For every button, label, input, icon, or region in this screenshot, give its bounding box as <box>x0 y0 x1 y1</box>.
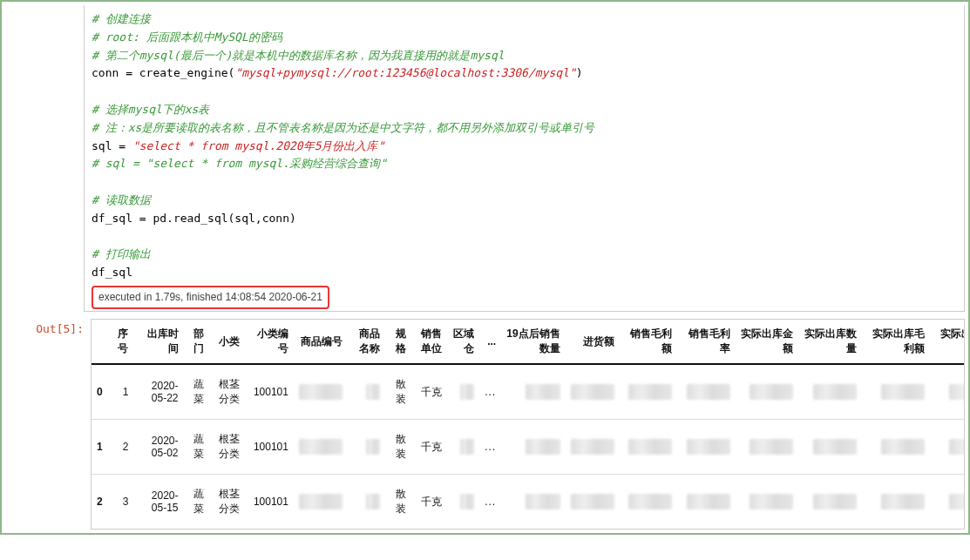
output-dataframe[interactable]: 序号 出库时间 部门 小类 小类编号 商品编号 商品名称 规格 销售单位 区域仓… <box>91 319 965 530</box>
cell <box>798 420 861 475</box>
cell: 根茎分类 <box>209 475 245 530</box>
cell <box>620 364 678 420</box>
cell <box>501 364 565 420</box>
col-outgrossrate: 实际出库毛利率 <box>930 320 965 364</box>
code-line: # 第二个mysql(最后一个)就是本机中的数据库名称，因为我直接用的就是mys… <box>92 47 957 65</box>
col-prodname: 商品名称 <box>348 320 385 364</box>
execution-status: executed in 1.79s, finished 14:08:54 202… <box>92 286 329 309</box>
redacted-value <box>460 439 474 455</box>
code-line: # root: 后面跟本机中MySQL的密码 <box>92 29 957 47</box>
table-row: 122020-05-02蔬菜根茎分类100101散装千克... <box>92 420 965 475</box>
col-outamt: 实际出库金额 <box>736 320 798 364</box>
redacted-value <box>813 439 857 455</box>
cell <box>447 364 479 420</box>
cell <box>930 420 965 475</box>
cell: 蔬菜 <box>184 475 210 530</box>
redacted-value <box>687 494 730 509</box>
col-dept: 部门 <box>184 320 210 364</box>
redacted-value <box>881 439 925 455</box>
cell: 根茎分类 <box>209 420 245 475</box>
redacted-value <box>460 384 474 400</box>
code-line: conn = create_engine("mysql+pymysql://ro… <box>92 64 957 83</box>
cell: 散装 <box>385 475 411 530</box>
col-outqty: 实际出库数量 <box>798 320 861 364</box>
redacted-value <box>526 494 560 509</box>
code-line: sql = "select * from mysql.2020年5月份出入库" <box>92 138 957 156</box>
notebook-container: # 创建连接 # root: 后面跟本机中MySQL的密码 # 第二个mysql… <box>0 0 970 535</box>
cell-ellipsis: ... <box>479 364 501 420</box>
cell <box>501 420 565 475</box>
col-unit: 销售单位 <box>411 320 447 364</box>
code-line <box>92 228 957 246</box>
redacted-value <box>299 384 343 400</box>
redacted-value <box>628 439 672 455</box>
col-ellipsis: ... <box>479 320 501 364</box>
redacted-value <box>526 384 560 400</box>
cell <box>930 475 965 530</box>
cell <box>447 420 479 475</box>
cell <box>348 420 385 475</box>
redacted-value <box>366 384 380 400</box>
redacted-value <box>881 384 925 400</box>
cell: 千克 <box>411 475 447 530</box>
redacted-value <box>571 384 614 400</box>
code-line: # 读取数据 <box>92 192 957 210</box>
cell: 1 <box>92 420 108 475</box>
cell: 2 <box>92 475 108 530</box>
col-region: 区域仓 <box>447 320 479 364</box>
cell: 2 <box>108 420 134 475</box>
cell: 散装 <box>385 420 411 475</box>
redacted-value <box>687 384 730 400</box>
cell <box>348 475 385 530</box>
redacted-value <box>750 439 793 455</box>
col-grossrate: 销售毛利率 <box>677 320 736 364</box>
dataframe-table: 序号 出库时间 部门 小类 小类编号 商品编号 商品名称 规格 销售单位 区域仓… <box>92 320 965 529</box>
cell <box>566 475 620 530</box>
redacted-value <box>526 439 560 455</box>
cell-ellipsis: ... <box>479 475 501 530</box>
code-line: # sql = "select * from mysql.采购经营综合查询" <box>92 155 957 173</box>
cell: 2020-05-22 <box>133 364 183 420</box>
output-label: Out[5]: <box>5 319 91 530</box>
col-catno: 小类编号 <box>245 320 294 364</box>
code-line: # 选择mysql下的xs表 <box>92 101 957 119</box>
col-index <box>92 320 108 364</box>
cell: 蔬菜 <box>184 364 210 420</box>
cell: 3 <box>108 475 134 530</box>
redacted-value <box>750 494 793 509</box>
cell <box>566 364 620 420</box>
redacted-value <box>571 439 614 455</box>
cell <box>677 475 736 530</box>
code-line <box>92 83 957 101</box>
cell <box>677 364 736 420</box>
col-seq: 序号 <box>108 320 134 364</box>
output-row: Out[5]: 序号 出库时间 部门 小类 小类编号 商品编号 商品名称 规格 … <box>5 319 965 530</box>
cell: 蔬菜 <box>184 420 210 475</box>
cell <box>798 475 861 530</box>
redacted-value <box>460 494 474 509</box>
cell <box>348 364 385 420</box>
code-line <box>92 173 957 192</box>
col-outgross: 实际出库毛利额 <box>862 320 930 364</box>
redacted-value <box>571 494 614 509</box>
table-row: 012020-05-22蔬菜根茎分类100101散装千克... <box>92 364 965 420</box>
cell <box>294 475 348 530</box>
cell: 100101 <box>245 475 294 530</box>
cell <box>798 364 861 420</box>
table-row: 232020-05-15蔬菜根茎分类100101散装千克... <box>92 475 965 530</box>
cell <box>294 364 348 420</box>
cell <box>447 475 479 530</box>
cell <box>677 420 736 475</box>
col-prodno: 商品编号 <box>294 320 348 364</box>
col-after19: 19点后销售数量 <box>501 320 565 364</box>
redacted-value <box>813 494 857 509</box>
cell: 1 <box>108 364 134 420</box>
code-cell[interactable]: # 创建连接 # root: 后面跟本机中MySQL的密码 # 第二个mysql… <box>84 5 965 312</box>
code-line: df_sql <box>92 264 957 282</box>
code-line: df_sql = pd.read_sql(sql,conn) <box>92 210 957 228</box>
cell <box>736 475 798 530</box>
code-line: # 注：xs是所要读取的表名称，且不管表名称是因为还是中文字符，都不用另外添加双… <box>92 119 957 138</box>
cell: 千克 <box>411 364 447 420</box>
cell: 千克 <box>411 420 447 475</box>
cell <box>736 420 798 475</box>
